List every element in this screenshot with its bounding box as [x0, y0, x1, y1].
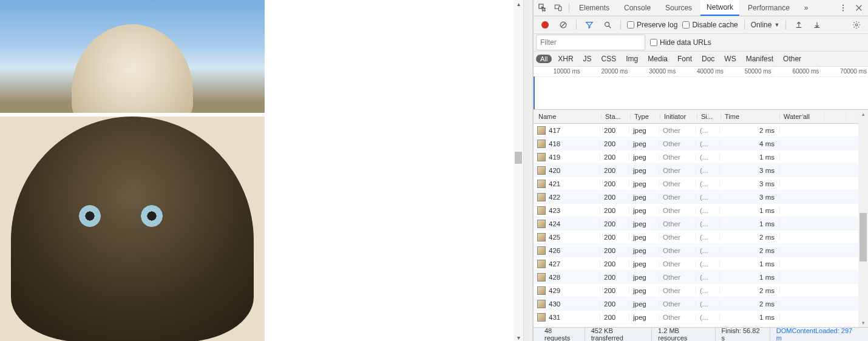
cell-size: (...	[696, 300, 720, 308]
table-row[interactable]: 422200jpegOther(...3 ms	[534, 191, 868, 204]
file-icon	[537, 126, 546, 135]
col-size[interactable]: Si...	[697, 113, 721, 120]
table-row[interactable]: 429200jpegOther(...2 ms	[534, 284, 868, 297]
scroll-down-icon[interactable]: ▾	[858, 319, 868, 327]
throttling-select[interactable]: Online▼	[751, 21, 780, 29]
type-filter-js[interactable]: JS	[580, 54, 595, 64]
import-har-icon[interactable]	[792, 18, 805, 32]
cell-time: 1 ms	[720, 260, 780, 268]
table-row[interactable]: 421200jpegOther(...3 ms	[534, 177, 868, 191]
timeline-tick: 10000 ms	[534, 67, 581, 76]
type-filter-img[interactable]: Img	[622, 54, 642, 64]
cell-name: 419	[534, 153, 600, 161]
cell-time: 1 ms	[720, 207, 780, 214]
svg-point-4	[843, 10, 844, 11]
col-time[interactable]: Time	[721, 113, 780, 120]
cell-type: jpeg	[629, 300, 659, 308]
cell-initiator: Other	[659, 274, 696, 281]
cell-name: 425	[534, 233, 600, 241]
cell-type: jpeg	[629, 234, 659, 241]
disable-cache-checkbox[interactable]: Disable cache	[682, 21, 737, 29]
scroll-up-icon[interactable]: ▴	[858, 110, 868, 118]
type-filter-manifest[interactable]: Manifest	[742, 54, 777, 64]
network-timeline[interactable]: 10000 ms 20000 ms 30000 ms 40000 ms 5000…	[534, 67, 868, 110]
hide-data-urls-checkbox[interactable]: Hide data URLs	[650, 38, 711, 47]
cell-initiator: Other	[659, 154, 696, 161]
table-row[interactable]: 428200jpegOther(...1 ms	[534, 271, 868, 284]
type-filter-ws[interactable]: WS	[721, 54, 739, 64]
timeline-tick: 50000 ms	[725, 67, 773, 76]
tab-network[interactable]: Network	[700, 0, 739, 16]
file-icon	[537, 260, 546, 268]
table-row[interactable]: 427200jpegOther(...1 ms	[534, 257, 868, 271]
tab-elements[interactable]: Elements	[573, 1, 615, 15]
devtools-tabbar: Elements Console Sources Network Perform…	[534, 0, 868, 16]
devtools-splitter[interactable]	[523, 0, 533, 341]
cell-type: jpeg	[629, 274, 659, 281]
filter-toggle-icon[interactable]	[583, 18, 596, 32]
filter-input[interactable]	[536, 35, 645, 50]
close-devtools-icon[interactable]	[852, 1, 866, 15]
clear-button[interactable]	[557, 18, 570, 32]
file-icon	[537, 140, 546, 148]
table-row[interactable]: 425200jpegOther(...2 ms	[534, 231, 868, 244]
tab-sources[interactable]: Sources	[659, 1, 698, 15]
cell-size: (...	[696, 180, 720, 187]
inspect-element-icon[interactable]	[536, 1, 549, 15]
file-icon	[537, 313, 546, 322]
table-body[interactable]: 417200jpegOther(...2 ms418200jpegOther(.…	[534, 124, 868, 327]
tab-console[interactable]: Console	[618, 1, 657, 15]
col-type[interactable]: Type	[631, 113, 660, 120]
toggle-device-icon[interactable]	[552, 1, 565, 15]
export-har-icon[interactable]	[810, 18, 824, 32]
cell-name: 418	[534, 140, 600, 148]
network-status-bar: 48 requests 452 KB transferred 1.2 MB re…	[534, 327, 868, 341]
table-row[interactable]: 431200jpegOther(...1 ms	[534, 311, 868, 324]
col-initiator[interactable]: Initiator	[660, 113, 697, 120]
type-filter-font[interactable]: Font	[674, 54, 696, 64]
page-scrollbar[interactable]: ▴ ▾	[514, 0, 523, 341]
scroll-thumb[interactable]	[515, 152, 522, 164]
kebab-menu-icon[interactable]	[836, 1, 850, 15]
scroll-thumb[interactable]	[860, 213, 867, 262]
type-filter-all[interactable]: All	[536, 55, 552, 63]
file-icon	[537, 273, 546, 282]
table-row[interactable]: 419200jpegOther(...1 ms	[534, 150, 868, 164]
cell-status: 200	[600, 154, 629, 161]
search-icon[interactable]	[601, 18, 614, 32]
table-row[interactable]: 424200jpegOther(...1 ms	[534, 217, 868, 231]
table-row[interactable]: 420200jpegOther(...3 ms	[534, 164, 868, 177]
table-row[interactable]: 426200jpegOther(...2 ms	[534, 244, 868, 257]
settings-gear-icon[interactable]	[850, 18, 863, 32]
cell-time: 2 ms	[720, 247, 780, 254]
file-icon	[537, 153, 546, 161]
cell-type: jpeg	[629, 140, 659, 147]
cell-size: (...	[696, 247, 720, 254]
tabs-overflow-button[interactable]: »	[798, 1, 815, 15]
page-viewport[interactable]: ▴ ▾	[0, 0, 523, 341]
type-filter-media[interactable]: Media	[644, 54, 671, 64]
scroll-up-icon[interactable]: ▴	[514, 0, 523, 7]
cell-time: 3 ms	[720, 167, 780, 174]
cell-type: jpeg	[629, 167, 659, 174]
table-row[interactable]: 423200jpegOther(...1 ms	[534, 204, 868, 217]
file-icon	[537, 286, 546, 295]
timeline-marker	[534, 76, 535, 109]
table-row[interactable]: 417200jpegOther(...2 ms	[534, 124, 868, 137]
table-row[interactable]: 418200jpegOther(...4 ms	[534, 137, 868, 150]
table-scrollbar[interactable]: ▴ ▾	[858, 110, 868, 327]
record-button[interactable]	[538, 18, 552, 32]
tab-performance[interactable]: Performance	[742, 1, 796, 15]
svg-point-7	[855, 24, 858, 26]
type-filter-css[interactable]: CSS	[598, 54, 620, 64]
scroll-down-icon[interactable]: ▾	[514, 334, 523, 341]
table-row[interactable]: 430200jpegOther(...2 ms	[534, 297, 868, 311]
type-filter-xhr[interactable]: XHR	[554, 54, 577, 64]
preserve-log-checkbox[interactable]: Preserve log	[627, 21, 677, 29]
col-waterfall[interactable]: Waterfall▲	[780, 113, 868, 120]
col-status[interactable]: Sta...	[602, 113, 631, 120]
type-filter-other[interactable]: Other	[779, 54, 805, 64]
col-name[interactable]: Name	[534, 113, 602, 120]
cell-name: 429	[534, 286, 600, 295]
type-filter-doc[interactable]: Doc	[698, 54, 718, 64]
